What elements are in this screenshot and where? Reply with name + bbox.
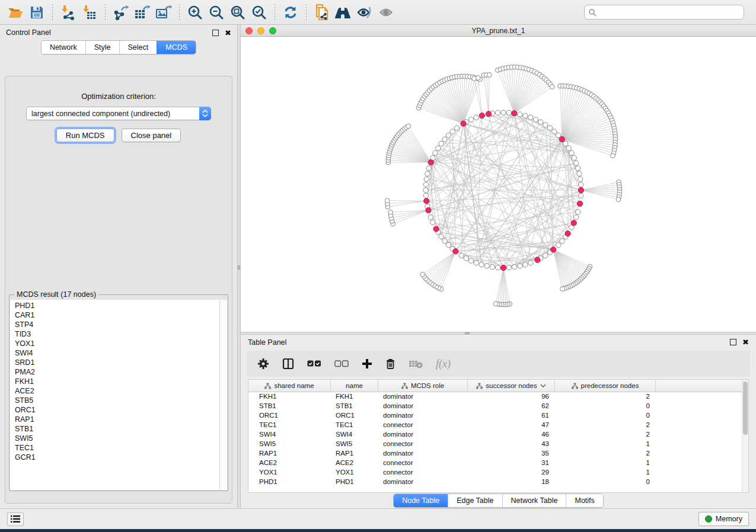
graph-node[interactable] [543,253,548,258]
mcds-result-item[interactable]: TID3 [15,329,219,339]
network-canvas[interactable] [241,37,756,332]
mcds-result-item[interactable]: YOX1 [15,339,219,348]
zoom-out-button[interactable] [206,3,227,22]
graph-mcds-node[interactable] [461,121,466,126]
tab-edge-table[interactable]: Edge Table [448,494,502,507]
graph-leaf-node[interactable] [476,76,480,81]
column-visibility-button[interactable] [282,358,294,370]
graph-node[interactable] [506,110,511,115]
graph-leaf-node[interactable] [611,153,615,158]
close-panel-icon[interactable]: ✖ [225,29,231,37]
graph-node[interactable] [439,141,444,146]
graph-node[interactable] [423,193,428,198]
mcds-result-item[interactable]: SWI4 [15,348,219,358]
clear-table-button[interactable] [409,359,423,368]
graph-node[interactable] [484,264,489,268]
tab-style[interactable]: Style [85,41,119,54]
graph-node[interactable] [518,112,522,117]
graph-node[interactable] [563,141,568,146]
graph-mcds-node[interactable] [486,111,491,117]
graph-mcds-node[interactable] [479,113,484,118]
graph-node[interactable] [547,126,552,130]
graph-node[interactable] [552,129,557,134]
graph-leaf-node[interactable] [385,198,390,203]
export-network-button[interactable] [110,3,132,22]
table-row[interactable]: FKH1FKH1dominator962 [248,392,742,402]
graph-node[interactable] [574,161,579,165]
add-column-button[interactable] [362,358,372,369]
graph-leaf-node[interactable] [420,272,425,277]
graph-mcds-node[interactable] [453,249,458,254]
graph-mcds-node[interactable] [426,207,431,213]
graph-node[interactable] [442,239,447,243]
mcds-result-item[interactable]: SRD1 [15,358,219,367]
graph-node[interactable] [423,188,428,193]
run-mcds-button[interactable]: Run MCDS [56,129,114,142]
zoom-selected-button[interactable] [248,3,270,22]
hide-selected-button[interactable] [354,3,375,22]
mcds-result-item[interactable]: RAP1 [15,415,219,424]
graph-node[interactable] [533,117,538,122]
column-header[interactable]: predecessor nodes [555,380,656,392]
select-all-rows-button[interactable] [307,360,321,367]
graph-mcds-node[interactable] [565,231,570,236]
tab-select[interactable]: Select [119,41,157,54]
graph-node[interactable] [543,123,548,127]
graph-node[interactable] [474,261,479,265]
graph-mcds-node[interactable] [578,187,583,193]
mcds-result-item[interactable]: STB5 [15,396,219,405]
graph-node[interactable] [569,150,574,155]
graph-node[interactable] [459,253,464,258]
import-table-button[interactable] [79,3,100,22]
graph-node[interactable] [426,166,431,171]
graph-node[interactable] [538,120,543,124]
graph-mcds-node[interactable] [512,111,517,116]
graph-mcds-node[interactable] [577,201,582,206]
graph-leaf-node[interactable] [493,302,498,306]
graph-leaf-node[interactable] [616,197,621,202]
tab-motifs[interactable]: Motifs [566,494,602,507]
graph-node[interactable] [578,182,583,187]
graph-node[interactable] [512,264,516,269]
tab-mcds[interactable]: MCDS [157,41,196,54]
mcds-result-item[interactable]: ORC1 [15,405,219,415]
graph-leaf-node[interactable] [487,73,492,78]
graph-node[interactable] [528,261,533,265]
table-scrollbar[interactable] [742,380,748,492]
graph-mcds-node[interactable] [500,265,506,270]
horizontal-splitter[interactable] [241,332,756,335]
graph-node[interactable] [442,137,447,142]
graph-node[interactable] [479,262,484,267]
graph-node[interactable] [572,155,576,160]
table-row[interactable]: STB1STB1dominator620 [248,402,742,411]
graph-node[interactable] [474,115,479,120]
graph-node[interactable] [436,146,441,150]
zoom-in-button[interactable] [184,3,206,22]
show-all-button[interactable] [375,3,397,22]
graph-node[interactable] [495,265,500,270]
graph-node[interactable] [518,264,522,268]
graph-node[interactable] [424,177,429,181]
graph-mcds-node[interactable] [424,198,429,204]
refresh-view-button[interactable] [280,3,301,22]
mcds-result-item[interactable]: PMA2 [15,367,219,377]
close-panel-button[interactable]: Close panel [122,129,181,142]
tab-network-table[interactable]: Network Table [502,494,566,507]
graph-node[interactable] [560,239,564,243]
import-network-button[interactable] [58,3,79,22]
table-row[interactable]: SWI4SWI4dominator462 [248,430,742,440]
mcds-result-item[interactable]: GCR1 [15,453,219,462]
graph-node[interactable] [578,177,582,181]
save-session-button[interactable] [26,3,47,22]
graph-mcds-node[interactable] [571,220,576,226]
graph-node[interactable] [575,210,580,214]
graph-node[interactable] [556,242,560,247]
memory-button[interactable]: Memory [698,512,749,526]
graph-node[interactable] [446,133,451,137]
column-header[interactable]: shared name [248,380,331,392]
graph-node[interactable] [464,256,468,261]
graph-mcds-node[interactable] [551,247,556,252]
tab-node-table[interactable]: Node Table [394,494,448,507]
mcds-result-item[interactable]: STP4 [15,320,219,329]
graph-leaf-node[interactable] [388,210,393,214]
